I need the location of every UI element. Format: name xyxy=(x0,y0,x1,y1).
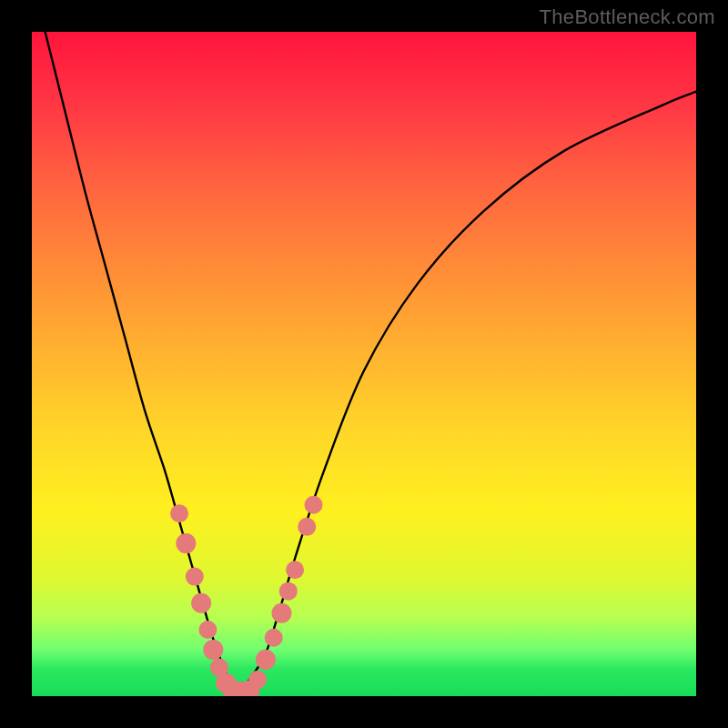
watermark-text: TheBottleneck.com xyxy=(540,5,715,29)
curve-layer xyxy=(32,32,696,696)
curve-marker xyxy=(176,533,196,553)
curve-marker xyxy=(248,671,267,689)
curve-marker xyxy=(271,603,291,623)
curve-marker xyxy=(265,629,283,647)
curve-marker xyxy=(256,650,276,670)
plot-area xyxy=(32,32,696,696)
curve-marker xyxy=(279,582,298,601)
curve-markers xyxy=(170,496,322,696)
bottleneck-curve xyxy=(46,32,696,693)
curve-marker xyxy=(198,621,217,639)
curve-marker xyxy=(191,593,211,613)
curve-marker xyxy=(305,496,323,514)
curve-marker xyxy=(186,568,204,586)
chart-frame: TheBottleneck.com xyxy=(0,0,728,728)
curve-marker xyxy=(170,504,188,522)
curve-marker xyxy=(203,640,223,660)
curve-marker xyxy=(286,561,304,579)
curve-marker xyxy=(298,518,316,536)
